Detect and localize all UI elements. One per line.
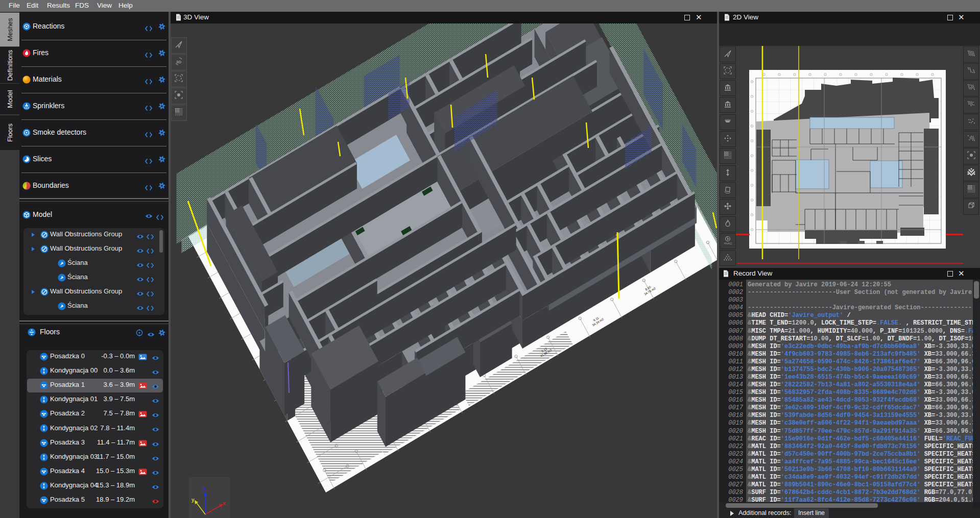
svg-text:x: x — [223, 501, 226, 506]
svg-text:3D: 3D — [176, 60, 181, 64]
svg-text:y: y — [192, 497, 195, 503]
svg-text:HVAC: HVAC — [724, 242, 732, 245]
svg-text:z: z — [203, 486, 206, 492]
